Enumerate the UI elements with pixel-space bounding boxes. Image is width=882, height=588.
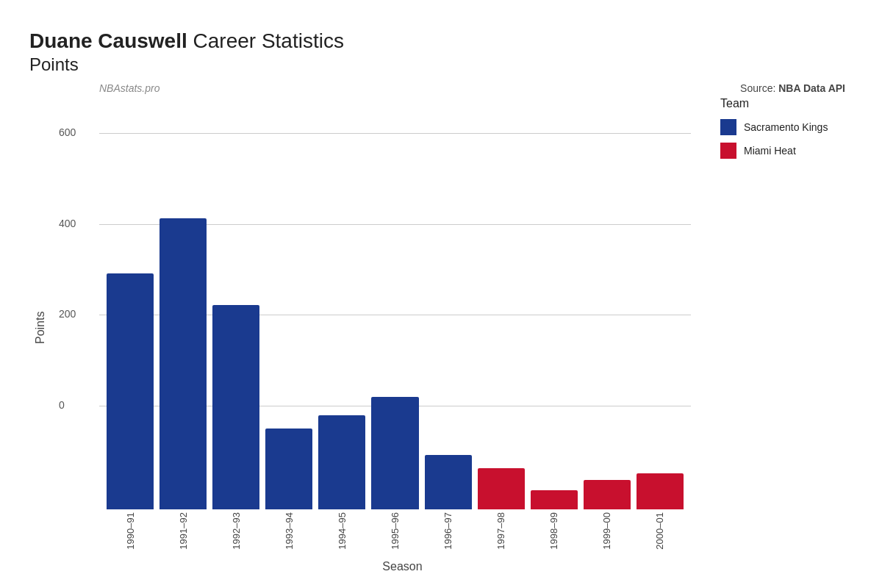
page: Duane Causwell Career Statistics Points … — [0, 0, 882, 588]
x-tick-wrapper: 1991–92 — [159, 512, 207, 554]
legend-label-kings: Sacramento Kings — [744, 121, 828, 133]
bar-1996–97 — [425, 455, 472, 509]
bar-wrapper — [425, 97, 472, 509]
x-tick-wrapper: 1993–94 — [265, 512, 312, 554]
bar-wrapper — [531, 97, 578, 509]
x-tick-label: 1994–95 — [337, 512, 348, 554]
x-tick-wrapper: 2000–01 — [637, 512, 684, 554]
x-tick-label: 1998–99 — [548, 512, 559, 554]
x-tick-wrapper: 1995–96 — [371, 512, 418, 554]
legend-item-kings: Sacramento Kings — [720, 119, 853, 135]
bar-wrapper — [371, 97, 418, 509]
x-tick-label: 1992–93 — [231, 512, 242, 554]
chart-plot: 0200400600 1990–911991–921992–931993–941… — [55, 97, 706, 573]
y-tick-label: 600 — [59, 126, 76, 138]
x-tick-wrapper: 1997–98 — [478, 512, 525, 554]
x-axis: 1990–911991–921992–931993–941994–951995–… — [99, 512, 691, 554]
legend: Team Sacramento KingsMiami Heat — [706, 97, 853, 573]
chart-subtitle: Points — [29, 54, 853, 75]
x-tick-label: 1999–00 — [601, 512, 612, 554]
bar-wrapper — [584, 97, 631, 509]
bar-1998–99 — [531, 490, 578, 509]
legend-item-heat: Miami Heat — [720, 143, 853, 159]
x-tick-label: 1996–97 — [442, 512, 453, 554]
x-tick-label: 1995–96 — [390, 512, 401, 554]
watermarks: NBAstats.pro Source: NBA Data API — [55, 82, 853, 94]
y-tick-label: 200 — [59, 308, 76, 320]
legend-swatch-kings — [720, 119, 736, 135]
player-name: Duane Causwell — [29, 29, 187, 52]
x-tick-wrapper: 1992–93 — [212, 512, 259, 554]
bar-1994–95 — [318, 415, 365, 509]
chart-main: NBAstats.pro Source: NBA Data API 020040… — [55, 82, 853, 573]
bar-wrapper — [265, 97, 312, 509]
x-tick-label: 1990–91 — [125, 512, 136, 554]
x-tick-wrapper: 1990–91 — [107, 512, 154, 554]
x-tick-wrapper: 1996–97 — [425, 512, 472, 554]
legend-label-heat: Miami Heat — [744, 145, 796, 157]
bar-1995–96 — [371, 397, 418, 509]
y-tick-label: 0 — [59, 399, 65, 411]
x-tick-wrapper: 1994–95 — [318, 512, 365, 554]
bar-1992–93 — [212, 305, 259, 510]
x-tick-label: 2000–01 — [654, 512, 665, 554]
watermark-site: NBAstats.pro — [99, 82, 159, 94]
bar-wrapper — [159, 97, 207, 509]
x-tick-wrapper: 1998–99 — [531, 512, 578, 554]
chart-area: Points NBAstats.pro Source: NBA Data API… — [29, 82, 853, 573]
bar-1990–91 — [107, 273, 154, 509]
watermark-source: Source: NBA Data API — [740, 82, 845, 94]
bar-wrapper — [212, 97, 259, 509]
legend-items: Sacramento KingsMiami Heat — [720, 119, 853, 159]
x-axis-label: Season — [99, 560, 706, 573]
bar-2000–01 — [637, 473, 684, 509]
bar-wrapper — [107, 97, 154, 509]
bar-wrapper — [318, 97, 365, 509]
bar-1991–92 — [159, 218, 207, 509]
x-tick-label: 1993–94 — [284, 512, 295, 554]
legend-title: Team — [720, 97, 853, 110]
x-tick-label: 1991–92 — [178, 512, 189, 554]
title-section: Duane Causwell Career Statistics Points — [29, 29, 853, 75]
bar-wrapper — [637, 97, 684, 509]
grid-and-bars: 0200400600 — [99, 97, 691, 509]
x-tick-wrapper: 1999–00 — [584, 512, 631, 554]
x-tick-label: 1997–98 — [495, 512, 506, 554]
bar-1993–94 — [265, 429, 312, 509]
bar-1997–98 — [478, 468, 525, 510]
legend-swatch-heat — [720, 143, 736, 159]
bar-wrapper — [478, 97, 525, 509]
bar-1999–00 — [584, 480, 631, 510]
chart-title-line1: Duane Causwell Career Statistics — [29, 29, 853, 53]
chart-with-legend: 0200400600 1990–911991–921992–931993–941… — [55, 97, 853, 573]
y-tick-label: 400 — [59, 218, 76, 229]
y-axis-label: Points — [29, 82, 51, 573]
